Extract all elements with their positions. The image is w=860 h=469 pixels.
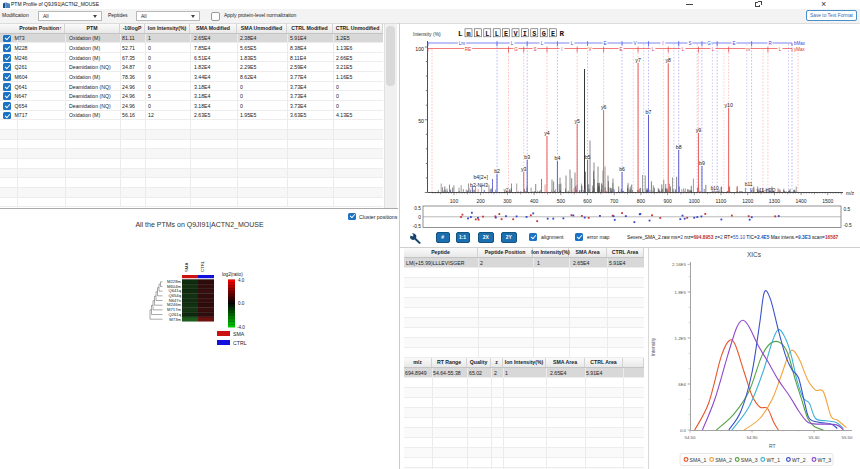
svg-text:WT_2: WT_2 <box>792 457 806 463</box>
svg-text:SMA: SMA <box>184 262 189 271</box>
svg-text:m: m <box>746 47 750 52</box>
svg-text:300: 300 <box>503 198 512 204</box>
svg-text:y3: y3 <box>521 166 527 172</box>
svg-text:Intensity (%): Intensity (%) <box>413 31 441 37</box>
svg-text:0.5: 0.5 <box>414 206 421 211</box>
svg-text:CTRL: CTRL <box>233 339 247 345</box>
svg-text:WT_1: WT_1 <box>766 457 780 463</box>
svg-text:G: G <box>707 41 711 46</box>
svg-text:b11: b11 <box>745 182 753 187</box>
svg-text:E: E <box>732 41 735 46</box>
svg-text:4.0: 4.0 <box>238 278 245 283</box>
svg-text:E: E <box>504 30 508 38</box>
svg-text:m/z: m/z <box>846 190 855 196</box>
svg-text:SMA_2: SMA_2 <box>715 457 732 463</box>
svg-text:1.8E5: 1.8E5 <box>675 290 687 295</box>
svg-text:1.2E5: 1.2E5 <box>675 336 687 341</box>
svg-text:700: 700 <box>610 198 619 204</box>
svg-text:XICs: XICs <box>747 251 762 258</box>
svg-text:L: L <box>495 30 499 38</box>
svg-text:yMax: yMax <box>794 47 806 52</box>
svg-text:b6: b6 <box>619 166 625 172</box>
svg-text:M73m: M73m <box>169 316 181 321</box>
svg-text:100: 100 <box>450 198 459 204</box>
svg-text:y9: y9 <box>696 127 702 133</box>
svg-text:y8: y8 <box>666 57 672 63</box>
svg-text:SMA_1: SMA_1 <box>690 457 707 463</box>
svg-text:b10: b10 <box>711 186 719 191</box>
svg-text:L: L <box>485 30 489 38</box>
svg-text:1100: 1100 <box>716 198 727 204</box>
svg-text:0: 0 <box>418 215 421 220</box>
svg-text:WT_3: WT_3 <box>818 457 832 463</box>
svg-text:SMA_3: SMA_3 <box>741 457 758 463</box>
svg-text:b2: b2 <box>494 168 500 174</box>
svg-text:y10: y10 <box>724 102 732 108</box>
svg-text:b3: b3 <box>524 154 530 160</box>
svg-text:E: E <box>603 41 606 46</box>
svg-text:600: 600 <box>583 198 592 204</box>
svg-text:E: E <box>619 47 622 52</box>
svg-text:b9: b9 <box>699 160 705 166</box>
svg-text:Intensity: Intensity <box>650 337 656 356</box>
svg-text:b8: b8 <box>676 144 682 150</box>
svg-text:y5: y5 <box>574 118 580 124</box>
svg-text:y7: y7 <box>635 57 641 63</box>
svg-text:R: R <box>560 30 565 38</box>
svg-text:0.0: 0.0 <box>680 428 687 433</box>
svg-text:y11-H2O: y11-H2O <box>757 188 776 193</box>
svg-text:RE: RE <box>465 47 471 52</box>
svg-text:b4[2+]: b4[2+] <box>473 174 488 180</box>
svg-text:800: 800 <box>637 198 646 204</box>
svg-text:-4.0: -4.0 <box>237 325 245 330</box>
svg-text:S: S <box>533 47 536 52</box>
svg-text:500: 500 <box>557 198 566 204</box>
svg-text:-0.5: -0.5 <box>844 223 853 228</box>
svg-text:-0.5: -0.5 <box>413 224 422 229</box>
svg-text:y4: y4 <box>544 130 550 136</box>
svg-text:G: G <box>514 47 518 52</box>
svg-text:y2: y2 <box>504 188 509 193</box>
svg-text:55.30: 55.30 <box>809 435 821 440</box>
svg-text:b4: b4 <box>555 155 561 161</box>
svg-text:CTRL: CTRL <box>200 260 205 272</box>
svg-text:y6: y6 <box>601 104 607 110</box>
svg-text:1300: 1300 <box>769 198 780 204</box>
svg-text:100: 100 <box>415 46 424 52</box>
svg-text:L: L <box>476 30 480 38</box>
svg-text:I: I <box>561 47 562 52</box>
svg-text:S: S <box>688 41 691 46</box>
svg-text:6E4: 6E4 <box>678 382 686 387</box>
svg-text:b2-NH3: b2-NH3 <box>470 182 488 188</box>
svg-text:I: I <box>523 30 527 38</box>
svg-text:54.90: 54.90 <box>747 435 759 440</box>
svg-text:50: 50 <box>418 118 424 124</box>
svg-text:1000: 1000 <box>689 198 700 204</box>
svg-text:V: V <box>633 41 636 46</box>
svg-text:L: L <box>458 30 463 38</box>
svg-text:0.5: 0.5 <box>844 207 851 212</box>
svg-text:S: S <box>532 30 536 38</box>
svg-text:0.0: 0.0 <box>238 301 245 306</box>
svg-text:1400: 1400 <box>796 198 807 204</box>
svg-text:G: G <box>542 30 546 38</box>
svg-text:2.16E5: 2.16E5 <box>672 262 686 267</box>
svg-text:55.50: 55.50 <box>842 435 854 440</box>
svg-text:log2(ratio): log2(ratio) <box>222 271 243 276</box>
svg-text:Lm: Lm <box>459 41 466 46</box>
svg-text:54.50: 54.50 <box>685 435 697 440</box>
svg-text:RT: RT <box>769 443 776 449</box>
svg-text:200: 200 <box>477 198 486 204</box>
svg-text:bMax: bMax <box>794 41 806 46</box>
svg-text:900: 900 <box>663 198 672 204</box>
svg-text:1200: 1200 <box>742 198 753 204</box>
svg-text:b7: b7 <box>646 109 652 115</box>
svg-text:b5: b5 <box>585 154 591 160</box>
svg-text:1500: 1500 <box>822 198 833 204</box>
svg-text:I: I <box>662 41 663 46</box>
svg-text:m: m <box>466 30 470 38</box>
svg-text:400: 400 <box>530 198 539 204</box>
svg-text:SMA: SMA <box>233 330 245 336</box>
svg-text:E: E <box>551 30 555 38</box>
svg-text:V: V <box>588 47 591 52</box>
